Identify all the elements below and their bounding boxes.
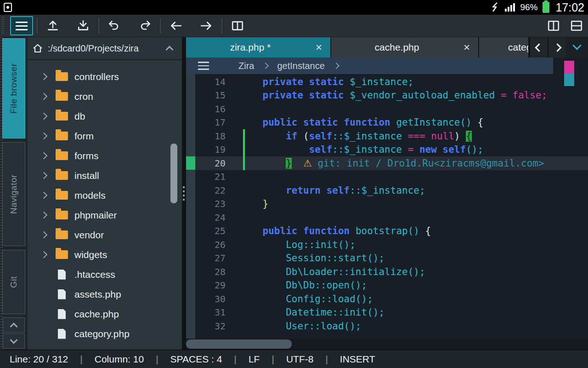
tree-item-assets.php[interactable]: assets.php: [28, 284, 182, 304]
redo-icon: [138, 19, 151, 32]
code-line-14[interactable]: 14 private static $_instance;: [195, 75, 588, 89]
line-number: 18: [195, 131, 239, 142]
layout-columns-button[interactable]: [542, 15, 565, 37]
code-line-24[interactable]: 24: [195, 211, 588, 224]
menu-button[interactable]: [6, 15, 37, 37]
rail-tab-git[interactable]: Git: [2, 250, 25, 314]
tree-item-.htaccess[interactable]: .htaccess: [28, 264, 182, 284]
redo-button[interactable]: [130, 15, 160, 37]
code-editor[interactable]: 14 private static $_instance;15 private …: [186, 74, 588, 339]
code-line-29[interactable]: 29 Db\Db::open();: [195, 279, 588, 293]
expand-chevron-icon[interactable]: [40, 73, 48, 80]
expand-chevron-icon[interactable]: [40, 172, 48, 179]
tree-item-cache.php[interactable]: cache.php: [28, 304, 182, 324]
status-separator: |: [80, 354, 82, 365]
folder-icon: [56, 112, 68, 121]
expand-chevron-icon[interactable]: [40, 152, 48, 160]
code-line-28[interactable]: 28 Db\Loader::initialize();: [195, 265, 588, 279]
arrow-right-icon: [199, 19, 213, 32]
code-line-25[interactable]: 25 public function bootstrap() {: [195, 224, 588, 238]
split-view-button[interactable]: [222, 15, 253, 37]
undo-button[interactable]: [99, 15, 130, 37]
tree-item-models[interactable]: models: [28, 185, 182, 205]
tree-item-forms[interactable]: forms: [28, 146, 182, 166]
code-line-30[interactable]: 30 Config::load();: [195, 292, 588, 306]
sidebar-scroll-up-button[interactable]: [3, 317, 25, 333]
breadcrumb-item[interactable]: getInstance: [277, 61, 324, 71]
code-line-20[interactable]: 20 } ⚠ git: init / Dro1d.Ru<ziracms@gmai…: [195, 156, 588, 170]
editor-tab-zira.php[interactable]: zira.php *×: [186, 37, 331, 58]
expand-chevron-icon[interactable]: [40, 93, 48, 100]
folder-icon: [56, 72, 68, 81]
tab-list-dropdown-button[interactable]: [566, 37, 588, 58]
code-line-18[interactable]: 18 if (self::$_instance === null) {: [195, 129, 588, 143]
expand-chevron-icon[interactable]: [40, 231, 48, 239]
tree-item-db[interactable]: db: [28, 106, 182, 126]
chevron-right-icon: [262, 63, 269, 69]
folder-icon: [56, 211, 68, 219]
panel-resize-handle[interactable]: [182, 37, 186, 350]
close-icon[interactable]: ×: [316, 41, 322, 54]
code-line-23[interactable]: 23 }: [195, 197, 588, 211]
file-browser-header[interactable]: :/sdcard0/Projects/zira: [28, 37, 182, 60]
close-icon[interactable]: ×: [464, 41, 470, 54]
code-line-22[interactable]: 22 return self::$_instance;: [195, 184, 588, 197]
code-line-32[interactable]: 32 User::load();: [195, 319, 588, 333]
tree-item-phpmailer[interactable]: phpmailer: [28, 205, 182, 225]
git-blame-annotation: git: init / Dro1d.Ru<ziracms@gmail.com>: [312, 158, 544, 169]
tree-item-install[interactable]: install: [28, 166, 182, 185]
editor-status-bar: Line: 20 / 312|Column: 10|SPACES : 4|LF|…: [0, 350, 588, 368]
expand-chevron-icon[interactable]: [40, 113, 48, 120]
tree-item-cron[interactable]: cron: [28, 86, 182, 106]
navigate-forward-button[interactable]: [191, 15, 221, 37]
code-line-17[interactable]: 17 public static function getInstance() …: [195, 116, 588, 130]
file-browser-scrollbar[interactable]: [170, 144, 177, 203]
code-line-31[interactable]: 31 Datetime::init();: [195, 306, 588, 320]
save-as-button[interactable]: [68, 15, 98, 37]
line-number: 17: [195, 117, 239, 128]
tree-item-category.php[interactable]: category.php: [28, 324, 182, 344]
sidebar-scroll-down-button[interactable]: [3, 334, 25, 349]
tree-item-form[interactable]: form: [28, 126, 182, 146]
code-text: Log::init();: [239, 239, 356, 250]
line-number: 32: [195, 321, 239, 332]
code-line-21[interactable]: 21: [195, 170, 588, 184]
collapse-panel-button[interactable]: [162, 40, 177, 56]
scrollbar-thumb[interactable]: [564, 74, 574, 86]
expand-chevron-icon[interactable]: [40, 212, 48, 219]
rail-tab-navigator[interactable]: Navigator: [2, 142, 25, 246]
tab-scroll-right-button[interactable]: [548, 37, 566, 58]
breadcrumb-menu-icon[interactable]: [198, 62, 209, 70]
code-text: Db\Db::open();: [239, 280, 367, 291]
upload-button[interactable]: [38, 15, 68, 37]
breadcrumb-item[interactable]: Zira: [238, 61, 254, 71]
code-line-19[interactable]: 19 self::$_instance = new self();: [195, 143, 588, 157]
horizontal-scrollbar[interactable]: [186, 339, 588, 350]
code-text: }: [239, 198, 268, 209]
navigate-back-button[interactable]: [161, 15, 191, 37]
folder-icon: [56, 132, 68, 140]
tab-inner: zira.php *×: [186, 41, 330, 54]
scrollbar-thumb[interactable]: [186, 339, 292, 349]
tree-item-vendor[interactable]: vendor: [28, 225, 182, 245]
code-line-27[interactable]: 27 Session::start();: [195, 252, 588, 265]
tree-item-label: form: [74, 131, 94, 142]
file-icon: [58, 309, 66, 319]
code-line-16[interactable]: 16: [195, 102, 588, 116]
layout-rows-button[interactable]: [565, 15, 588, 37]
rail-tab-file-browser[interactable]: File browser: [2, 38, 25, 138]
code-line-15[interactable]: 15 private static $_vendor_autoload_enab…: [195, 89, 588, 103]
breadcrumb-row: ZiragetInstance: [186, 58, 588, 74]
tree-item-widgets[interactable]: widgets: [28, 245, 182, 264]
expand-chevron-icon[interactable]: [40, 132, 48, 140]
tab-scroll-left-button[interactable]: [529, 37, 548, 58]
code-line-26[interactable]: 26 Log::init();: [195, 238, 588, 252]
git-change-marker: [186, 156, 195, 170]
vertical-scrollbar[interactable]: [564, 58, 574, 122]
editor-tab-category.php[interactable]: category.php×: [479, 37, 529, 58]
expand-chevron-icon[interactable]: [40, 192, 48, 199]
editor-tab-cache.php[interactable]: cache.php×: [331, 37, 479, 58]
code-text: User::load();: [239, 321, 362, 332]
tree-item-controllers[interactable]: controllers: [28, 67, 182, 86]
expand-chevron-icon[interactable]: [40, 251, 48, 259]
